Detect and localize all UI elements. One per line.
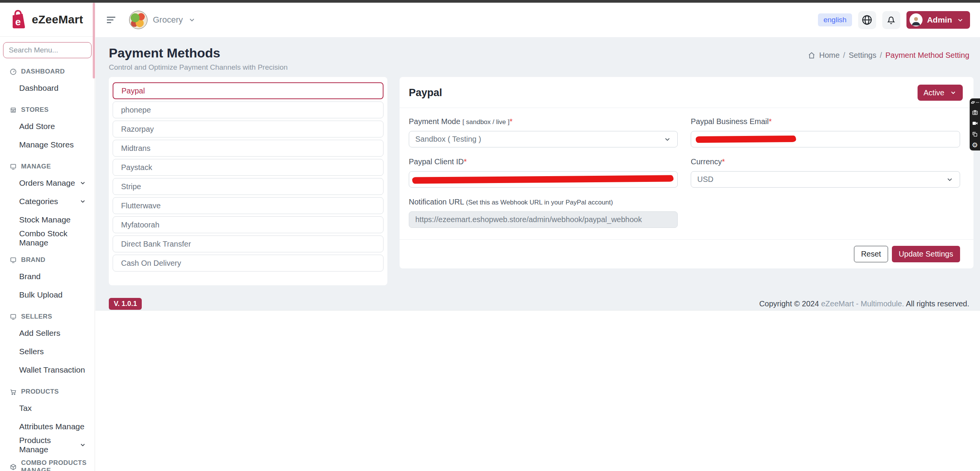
admin-menu-button[interactable]: Admin xyxy=(906,11,970,29)
payment-method-myfatoorah[interactable]: Myfatoorah xyxy=(113,216,383,233)
admin-avatar xyxy=(910,13,923,26)
header: Grocery english Admin xyxy=(95,3,980,37)
sidebar-scrollbar-thumb[interactable] xyxy=(93,3,95,78)
chevron-down-icon xyxy=(664,136,671,143)
sidebar-item-dashboard[interactable]: Dashboard xyxy=(0,79,95,97)
page-footer: V. 1.0.1 Copyright © 2024 eZeeMart - Mul… xyxy=(95,298,980,310)
bell-icon[interactable] xyxy=(882,11,900,29)
redaction-bar xyxy=(696,136,796,143)
paypal-settings-panel: Paypal Active Payment Mode [ sandbox / l… xyxy=(400,77,973,268)
chevron-down-icon xyxy=(188,16,196,24)
ellipsis-icon[interactable] xyxy=(976,101,979,104)
breadcrumb-settings[interactable]: Settings xyxy=(849,51,876,60)
status-dropdown-button[interactable]: Active xyxy=(918,85,963,101)
admin-label: Admin xyxy=(927,15,952,25)
svg-text:e: e xyxy=(15,16,21,28)
sidebar-item-bulk-upload[interactable]: Bulk Upload xyxy=(0,286,95,304)
sidebar-item-add-sellers[interactable]: Add Sellers xyxy=(0,324,95,342)
chevron-down-icon xyxy=(950,89,957,96)
payment-mode-label: Payment Mode [ sandbox / live ]* xyxy=(409,117,678,126)
monitor-icon xyxy=(10,163,17,170)
panel-title: Paypal xyxy=(409,87,442,99)
page-title: Payment Methods xyxy=(109,46,288,61)
gear-icon[interactable]: ⚙ xyxy=(972,142,978,149)
payment-method-direct-bank-transfer[interactable]: Direct Bank Transfer xyxy=(113,236,383,252)
version-badge: V. 1.0.1 xyxy=(109,298,142,310)
sidebar-section-products: PRODUCTS xyxy=(0,388,95,396)
home-icon xyxy=(808,51,816,59)
payment-method-stripe[interactable]: Stripe xyxy=(113,178,383,195)
hamburger-icon[interactable] xyxy=(106,16,116,24)
payment-method-paystack[interactable]: Paystack xyxy=(113,159,383,176)
sidebar-item-orders-manage[interactable]: Orders Manage xyxy=(0,174,95,192)
reset-button[interactable]: Reset xyxy=(854,246,888,262)
update-settings-button[interactable]: Update Settings xyxy=(892,246,960,262)
breadcrumb: Home / Settings / Payment Method Setting xyxy=(808,51,969,60)
sidebar-item-add-store[interactable]: Add Store xyxy=(0,117,95,136)
payment-method-phonepe[interactable]: phonepe xyxy=(113,101,383,118)
sidebar-section-sellers: SELLERS xyxy=(0,312,95,321)
cart-icon xyxy=(10,388,17,396)
sidebar-item-categories[interactable]: Categories xyxy=(0,192,95,211)
content-area: Payment Methods Control and Optimize Pay… xyxy=(95,37,980,311)
store-switcher[interactable]: Grocery xyxy=(129,11,196,29)
gauge-icon xyxy=(10,68,17,75)
sidebar-nav: DASHBOARD Dashboard STORES Add Store Man… xyxy=(0,58,95,471)
language-badge[interactable]: english xyxy=(818,13,852,26)
store-name: Grocery xyxy=(153,15,183,25)
shopping-bag-logo-icon: e xyxy=(10,9,27,30)
logo[interactable]: e eZeeMart xyxy=(0,3,95,37)
sidebar-item-wallet-transaction[interactable]: Wallet Transaction xyxy=(0,361,95,379)
top-dark-bar xyxy=(0,0,980,3)
currency-select[interactable]: USD xyxy=(691,171,960,188)
chevron-down-icon xyxy=(79,442,86,448)
store-avatar xyxy=(129,11,147,29)
notification-url-input: https://ezeemart.eshopweb.store/admin/we… xyxy=(409,211,678,228)
payment-method-razorpay[interactable]: Razorpay xyxy=(113,121,383,137)
page-subtitle: Control and Optimize Payment Channels wi… xyxy=(109,63,288,72)
sidebar-item-combo-stock-manage[interactable]: Combo Stock Manage xyxy=(0,229,95,247)
sidebar-item-brand[interactable]: Brand xyxy=(0,267,95,286)
payment-methods-list: Paypal phonepe Razorpay Midtrans Paystac… xyxy=(109,77,387,285)
sidebar-item-stock-manage[interactable]: Stock Manage xyxy=(0,211,95,229)
sidebar-section-manage: MANAGE xyxy=(0,162,95,171)
chevron-down-icon xyxy=(79,198,86,205)
payment-method-flutterwave[interactable]: Flutterwave xyxy=(113,197,383,214)
camera-icon[interactable] xyxy=(972,110,978,116)
sidebar-section-stores: STORES xyxy=(0,106,95,114)
client-id-input[interactable] xyxy=(409,171,678,188)
planet-icon[interactable] xyxy=(971,100,975,105)
sidebar-item-manage-stores[interactable]: Manage Stores xyxy=(0,136,95,154)
sidebar-item-products-manage[interactable]: Products Manage xyxy=(0,436,95,454)
sidebar-item-tax[interactable]: Tax xyxy=(0,399,95,417)
business-email-label: Paypal Business Email* xyxy=(691,117,960,126)
payment-mode-select[interactable]: Sandbox ( Testing ) xyxy=(409,131,678,147)
payment-method-cash-on-delivery[interactable]: Cash On Delivery xyxy=(113,255,383,271)
search-input[interactable] xyxy=(3,42,92,58)
storefront-icon xyxy=(10,106,17,114)
main-area: Grocery english Admin xyxy=(95,3,980,471)
business-email-input[interactable] xyxy=(691,131,960,147)
copy-icon[interactable] xyxy=(972,131,978,137)
video-camera-icon[interactable] xyxy=(972,120,978,126)
brand-name: eZeeMart xyxy=(32,13,83,26)
payment-method-paypal[interactable]: Paypal xyxy=(113,82,383,99)
app-root: e eZeeMart DASHBOARD Dashboard STORES A xyxy=(0,0,980,471)
currency-label: Currency* xyxy=(691,157,960,166)
notification-url-label: Notification URL (Set this as Webhook UR… xyxy=(409,198,678,206)
chevron-down-icon xyxy=(957,16,964,24)
box-icon xyxy=(10,463,17,471)
breadcrumb-home[interactable]: Home xyxy=(819,51,839,60)
chevron-down-icon xyxy=(946,176,954,183)
monitor-icon xyxy=(10,257,17,264)
client-id-label: Paypal Client ID* xyxy=(409,157,678,166)
sidebar: e eZeeMart DASHBOARD Dashboard STORES A xyxy=(0,3,95,471)
redaction-bar xyxy=(412,175,674,183)
sidebar-section-dashboard: DASHBOARD xyxy=(0,67,95,76)
payment-method-midtrans[interactable]: Midtrans xyxy=(113,140,383,157)
chevron-down-icon xyxy=(79,180,86,186)
copyright-text: Copyright © 2024 eZeeMart - Multimodule.… xyxy=(759,299,969,308)
sidebar-item-sellers[interactable]: Sellers xyxy=(0,342,95,361)
sidebar-item-attributes-manage[interactable]: Attributes Manage xyxy=(0,417,95,436)
globe-icon[interactable] xyxy=(858,11,876,29)
